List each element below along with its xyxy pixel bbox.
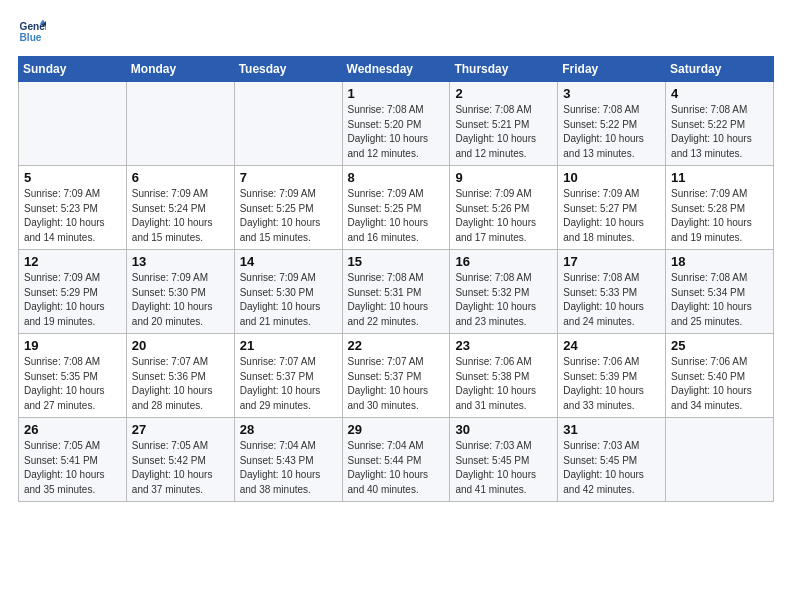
day-cell: 5Sunrise: 7:09 AM Sunset: 5:23 PM Daylig…: [19, 166, 127, 250]
day-cell: 25Sunrise: 7:06 AM Sunset: 5:40 PM Dayli…: [666, 334, 774, 418]
header: General Blue: [18, 18, 774, 46]
day-number: 24: [563, 338, 660, 353]
day-number: 3: [563, 86, 660, 101]
day-cell: [234, 82, 342, 166]
day-cell: 2Sunrise: 7:08 AM Sunset: 5:21 PM Daylig…: [450, 82, 558, 166]
day-cell: 10Sunrise: 7:09 AM Sunset: 5:27 PM Dayli…: [558, 166, 666, 250]
day-info: Sunrise: 7:03 AM Sunset: 5:45 PM Dayligh…: [563, 439, 660, 497]
day-cell: 12Sunrise: 7:09 AM Sunset: 5:29 PM Dayli…: [19, 250, 127, 334]
day-info: Sunrise: 7:08 AM Sunset: 5:22 PM Dayligh…: [671, 103, 768, 161]
day-number: 13: [132, 254, 229, 269]
day-number: 19: [24, 338, 121, 353]
day-info: Sunrise: 7:08 AM Sunset: 5:22 PM Dayligh…: [563, 103, 660, 161]
day-cell: 7Sunrise: 7:09 AM Sunset: 5:25 PM Daylig…: [234, 166, 342, 250]
day-number: 31: [563, 422, 660, 437]
day-number: 9: [455, 170, 552, 185]
day-cell: 16Sunrise: 7:08 AM Sunset: 5:32 PM Dayli…: [450, 250, 558, 334]
day-info: Sunrise: 7:08 AM Sunset: 5:21 PM Dayligh…: [455, 103, 552, 161]
day-number: 6: [132, 170, 229, 185]
day-info: Sunrise: 7:09 AM Sunset: 5:30 PM Dayligh…: [240, 271, 337, 329]
day-cell: 3Sunrise: 7:08 AM Sunset: 5:22 PM Daylig…: [558, 82, 666, 166]
day-cell: 21Sunrise: 7:07 AM Sunset: 5:37 PM Dayli…: [234, 334, 342, 418]
week-row-4: 19Sunrise: 7:08 AM Sunset: 5:35 PM Dayli…: [19, 334, 774, 418]
day-cell: 31Sunrise: 7:03 AM Sunset: 5:45 PM Dayli…: [558, 418, 666, 502]
day-cell: [666, 418, 774, 502]
col-header-sunday: Sunday: [19, 57, 127, 82]
day-info: Sunrise: 7:09 AM Sunset: 5:25 PM Dayligh…: [240, 187, 337, 245]
day-number: 25: [671, 338, 768, 353]
day-cell: [19, 82, 127, 166]
day-info: Sunrise: 7:05 AM Sunset: 5:41 PM Dayligh…: [24, 439, 121, 497]
day-info: Sunrise: 7:08 AM Sunset: 5:20 PM Dayligh…: [348, 103, 445, 161]
week-row-1: 1Sunrise: 7:08 AM Sunset: 5:20 PM Daylig…: [19, 82, 774, 166]
calendar: SundayMondayTuesdayWednesdayThursdayFrid…: [18, 56, 774, 502]
day-cell: 14Sunrise: 7:09 AM Sunset: 5:30 PM Dayli…: [234, 250, 342, 334]
day-number: 10: [563, 170, 660, 185]
day-number: 20: [132, 338, 229, 353]
day-info: Sunrise: 7:04 AM Sunset: 5:44 PM Dayligh…: [348, 439, 445, 497]
day-cell: 30Sunrise: 7:03 AM Sunset: 5:45 PM Dayli…: [450, 418, 558, 502]
day-info: Sunrise: 7:07 AM Sunset: 5:36 PM Dayligh…: [132, 355, 229, 413]
day-cell: 9Sunrise: 7:09 AM Sunset: 5:26 PM Daylig…: [450, 166, 558, 250]
day-cell: 13Sunrise: 7:09 AM Sunset: 5:30 PM Dayli…: [126, 250, 234, 334]
col-header-saturday: Saturday: [666, 57, 774, 82]
col-header-monday: Monday: [126, 57, 234, 82]
day-number: 16: [455, 254, 552, 269]
day-info: Sunrise: 7:06 AM Sunset: 5:39 PM Dayligh…: [563, 355, 660, 413]
day-info: Sunrise: 7:09 AM Sunset: 5:29 PM Dayligh…: [24, 271, 121, 329]
day-cell: 18Sunrise: 7:08 AM Sunset: 5:34 PM Dayli…: [666, 250, 774, 334]
day-info: Sunrise: 7:09 AM Sunset: 5:23 PM Dayligh…: [24, 187, 121, 245]
day-info: Sunrise: 7:09 AM Sunset: 5:28 PM Dayligh…: [671, 187, 768, 245]
day-cell: 24Sunrise: 7:06 AM Sunset: 5:39 PM Dayli…: [558, 334, 666, 418]
day-number: 8: [348, 170, 445, 185]
day-number: 17: [563, 254, 660, 269]
day-cell: [126, 82, 234, 166]
day-info: Sunrise: 7:03 AM Sunset: 5:45 PM Dayligh…: [455, 439, 552, 497]
day-cell: 28Sunrise: 7:04 AM Sunset: 5:43 PM Dayli…: [234, 418, 342, 502]
day-info: Sunrise: 7:09 AM Sunset: 5:26 PM Dayligh…: [455, 187, 552, 245]
day-cell: 22Sunrise: 7:07 AM Sunset: 5:37 PM Dayli…: [342, 334, 450, 418]
day-number: 15: [348, 254, 445, 269]
day-cell: 11Sunrise: 7:09 AM Sunset: 5:28 PM Dayli…: [666, 166, 774, 250]
day-number: 12: [24, 254, 121, 269]
day-cell: 4Sunrise: 7:08 AM Sunset: 5:22 PM Daylig…: [666, 82, 774, 166]
day-info: Sunrise: 7:06 AM Sunset: 5:40 PM Dayligh…: [671, 355, 768, 413]
day-cell: 8Sunrise: 7:09 AM Sunset: 5:25 PM Daylig…: [342, 166, 450, 250]
day-number: 26: [24, 422, 121, 437]
day-number: 22: [348, 338, 445, 353]
day-number: 1: [348, 86, 445, 101]
day-number: 4: [671, 86, 768, 101]
svg-text:Blue: Blue: [20, 32, 42, 43]
day-cell: 1Sunrise: 7:08 AM Sunset: 5:20 PM Daylig…: [342, 82, 450, 166]
day-cell: 17Sunrise: 7:08 AM Sunset: 5:33 PM Dayli…: [558, 250, 666, 334]
day-info: Sunrise: 7:09 AM Sunset: 5:30 PM Dayligh…: [132, 271, 229, 329]
week-row-3: 12Sunrise: 7:09 AM Sunset: 5:29 PM Dayli…: [19, 250, 774, 334]
day-cell: 19Sunrise: 7:08 AM Sunset: 5:35 PM Dayli…: [19, 334, 127, 418]
day-cell: 23Sunrise: 7:06 AM Sunset: 5:38 PM Dayli…: [450, 334, 558, 418]
day-info: Sunrise: 7:07 AM Sunset: 5:37 PM Dayligh…: [348, 355, 445, 413]
col-header-tuesday: Tuesday: [234, 57, 342, 82]
day-info: Sunrise: 7:09 AM Sunset: 5:24 PM Dayligh…: [132, 187, 229, 245]
day-number: 11: [671, 170, 768, 185]
day-number: 28: [240, 422, 337, 437]
day-number: 27: [132, 422, 229, 437]
header-row: SundayMondayTuesdayWednesdayThursdayFrid…: [19, 57, 774, 82]
day-info: Sunrise: 7:08 AM Sunset: 5:31 PM Dayligh…: [348, 271, 445, 329]
day-cell: 29Sunrise: 7:04 AM Sunset: 5:44 PM Dayli…: [342, 418, 450, 502]
day-info: Sunrise: 7:08 AM Sunset: 5:33 PM Dayligh…: [563, 271, 660, 329]
day-number: 29: [348, 422, 445, 437]
col-header-wednesday: Wednesday: [342, 57, 450, 82]
day-info: Sunrise: 7:09 AM Sunset: 5:25 PM Dayligh…: [348, 187, 445, 245]
page: General Blue SundayMondayTuesdayWednesda…: [0, 0, 792, 612]
day-info: Sunrise: 7:05 AM Sunset: 5:42 PM Dayligh…: [132, 439, 229, 497]
day-number: 5: [24, 170, 121, 185]
day-cell: 15Sunrise: 7:08 AM Sunset: 5:31 PM Dayli…: [342, 250, 450, 334]
day-number: 7: [240, 170, 337, 185]
day-info: Sunrise: 7:08 AM Sunset: 5:34 PM Dayligh…: [671, 271, 768, 329]
day-info: Sunrise: 7:04 AM Sunset: 5:43 PM Dayligh…: [240, 439, 337, 497]
day-info: Sunrise: 7:08 AM Sunset: 5:35 PM Dayligh…: [24, 355, 121, 413]
day-cell: 20Sunrise: 7:07 AM Sunset: 5:36 PM Dayli…: [126, 334, 234, 418]
col-header-friday: Friday: [558, 57, 666, 82]
day-cell: 27Sunrise: 7:05 AM Sunset: 5:42 PM Dayli…: [126, 418, 234, 502]
day-number: 30: [455, 422, 552, 437]
